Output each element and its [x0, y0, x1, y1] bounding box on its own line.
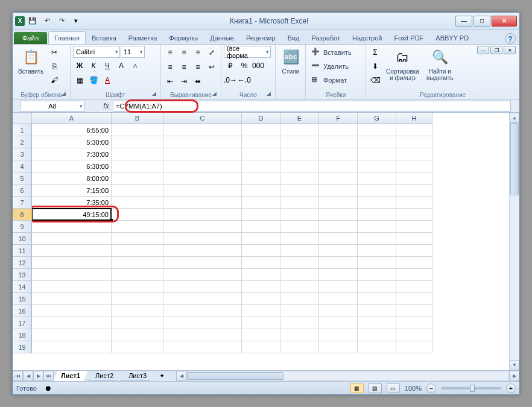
align-middle[interactable]: ≡ [177, 46, 191, 59]
sheet-nav-first[interactable]: ⏮ [13, 371, 23, 381]
cell-F11[interactable] [319, 245, 358, 257]
cell-H18[interactable] [396, 329, 432, 341]
indent-dec[interactable]: ⇤ [163, 75, 177, 88]
cell-E7[interactable] [280, 197, 319, 209]
cell-B4[interactable] [112, 160, 163, 172]
scroll-up[interactable]: ▲ [510, 113, 519, 123]
tab-layout[interactable]: Разметка [122, 31, 163, 44]
qat-undo[interactable]: ↶ [40, 14, 54, 28]
cell-F3[interactable] [319, 148, 358, 160]
cell-D10[interactable] [242, 233, 280, 245]
cell-D13[interactable] [242, 269, 280, 281]
cell-B3[interactable] [112, 148, 163, 160]
row-header-18[interactable]: 18 [13, 329, 32, 341]
view-normal[interactable]: ▦ [350, 383, 364, 393]
cell-B7[interactable] [112, 197, 163, 209]
cell-B12[interactable] [112, 257, 163, 269]
cell-H6[interactable] [396, 185, 432, 197]
cell-H15[interactable] [396, 293, 432, 305]
cell-D14[interactable] [242, 281, 280, 293]
cell-A17[interactable] [32, 317, 112, 329]
cell-H8[interactable] [396, 209, 432, 221]
cell-B8[interactable] [112, 209, 163, 221]
font-color[interactable]: A [101, 74, 114, 87]
scroll-down[interactable]: ▼ [510, 360, 519, 370]
cell-A1[interactable]: 6:55:00 [32, 124, 112, 136]
cell-E8[interactable] [280, 209, 319, 221]
cell-F14[interactable] [319, 281, 358, 293]
cell-C11[interactable] [163, 245, 242, 257]
cell-D2[interactable] [242, 136, 280, 148]
cell-G7[interactable] [358, 197, 396, 209]
row-header-12[interactable]: 12 [13, 257, 32, 269]
align-center[interactable]: ≡ [177, 60, 191, 74]
cell-A14[interactable] [32, 281, 112, 293]
cell-E18[interactable] [280, 329, 319, 341]
cell-C5[interactable] [163, 172, 242, 185]
dec-decimal[interactable]: ←.0 [238, 74, 251, 87]
cell-D9[interactable] [242, 221, 280, 233]
vscroll-thumb[interactable] [510, 123, 519, 195]
cell-B6[interactable] [112, 185, 163, 197]
tab-insert[interactable]: Вставка [86, 31, 122, 44]
col-header-B[interactable]: B [112, 113, 163, 124]
fill-handle[interactable] [110, 219, 113, 222]
cell-G16[interactable] [358, 305, 396, 317]
col-header-D[interactable]: D [242, 113, 280, 124]
cell-D6[interactable] [242, 185, 280, 197]
cut-button[interactable]: ✂ [48, 46, 61, 59]
qat-customize[interactable]: ▾ [69, 14, 83, 28]
cell-F5[interactable] [319, 172, 358, 185]
cell-C6[interactable] [163, 185, 242, 197]
col-header-A[interactable]: A [32, 113, 112, 124]
bold-button[interactable]: Ж [73, 59, 86, 72]
cell-E19[interactable] [280, 341, 319, 353]
wrap-text[interactable]: ↩ [205, 60, 218, 74]
paste-button[interactable]: 📋 Вставить [15, 46, 46, 77]
cell-E14[interactable] [280, 281, 319, 293]
col-header-G[interactable]: G [358, 113, 396, 124]
zoom-out[interactable]: − [426, 383, 436, 393]
cell-E4[interactable] [280, 160, 319, 172]
cell-G2[interactable] [358, 136, 396, 148]
tab-review[interactable]: Рецензир [240, 31, 282, 44]
col-header-E[interactable]: E [280, 113, 319, 124]
clear-button[interactable]: ⌫ [369, 74, 382, 87]
merge-cells[interactable]: ⬌ [191, 75, 204, 88]
zoom-slider[interactable] [441, 387, 501, 390]
cell-F8[interactable] [319, 209, 358, 221]
font-launcher[interactable]: ◢ [152, 90, 159, 98]
row-header-19[interactable]: 19 [13, 341, 32, 353]
format-cells[interactable]: ▦Формат [308, 74, 355, 87]
sheet-nav-next[interactable]: ▶ [33, 371, 43, 381]
align-bottom[interactable]: ≡ [191, 46, 204, 59]
cell-G4[interactable] [358, 160, 396, 172]
cell-C16[interactable] [163, 305, 242, 317]
cell-A13[interactable] [32, 269, 112, 281]
cell-H2[interactable] [396, 136, 432, 148]
cell-E13[interactable] [280, 269, 319, 281]
copy-button[interactable]: ⎘ [48, 60, 61, 73]
cell-A12[interactable] [32, 257, 112, 269]
cell-E12[interactable] [280, 257, 319, 269]
number-launcher[interactable]: ◢ [267, 90, 274, 98]
cell-G18[interactable] [358, 329, 396, 341]
font-name-combo[interactable]: Calibri [73, 46, 120, 58]
row-header-4[interactable]: 4 [13, 160, 32, 172]
cell-D8[interactable] [242, 209, 280, 221]
sheet-nav-last[interactable]: ⏭ [43, 371, 54, 381]
cell-C8[interactable] [163, 209, 242, 221]
cell-H9[interactable] [396, 221, 432, 233]
cell-B1[interactable] [112, 124, 163, 136]
comma-button[interactable]: 000 [252, 59, 265, 72]
cell-F9[interactable] [319, 221, 358, 233]
orientation[interactable]: ⤢ [205, 46, 218, 59]
delete-cells[interactable]: ➖Удалить [308, 60, 355, 73]
cell-F7[interactable] [319, 197, 358, 209]
cell-F15[interactable] [319, 293, 358, 305]
cell-A8[interactable]: 49:15:00 [32, 209, 112, 221]
cell-C13[interactable] [163, 269, 242, 281]
sheet-tab-2[interactable]: Лист2 [87, 371, 121, 381]
cell-H13[interactable] [396, 269, 432, 281]
cell-H16[interactable] [396, 305, 432, 317]
